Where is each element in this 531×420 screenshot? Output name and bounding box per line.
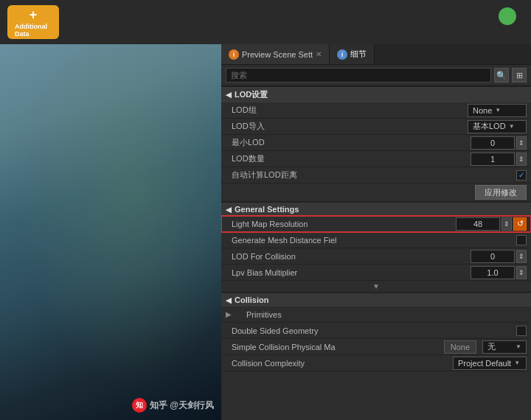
general-settings-title: General Settings (235, 205, 299, 214)
lod-import-dropdown-arrow: ▼ (509, 123, 515, 130)
prop-row-gen-mesh: Generate Mesh Distance Fiel (221, 232, 531, 248)
lod-count-spin[interactable]: ⇕ (516, 153, 527, 166)
prop-row-lod-count: LOD数量 ⇕ (221, 151, 531, 167)
light-map-res-label: Light Map Resolution (226, 220, 456, 228)
lpv-bias-input[interactable] (471, 266, 515, 279)
lod-import-dropdown[interactable]: 基本LOD ▼ (468, 120, 527, 133)
light-map-res-spin[interactable]: ⇕ (502, 217, 512, 231)
search-input[interactable] (226, 68, 491, 83)
more-arrow-row: ▼ (221, 281, 531, 293)
lod-collision-label: LOD For Collision (226, 252, 471, 261)
lpv-bias-label: Lpv Bias Multiplier (226, 268, 471, 277)
additional-data-label: Additional Data (15, 23, 52, 38)
viewport: 知 知乎 @天剑行风 (0, 44, 221, 420)
tab-preview-close[interactable]: ✕ (316, 50, 322, 58)
grid-icon-btn[interactable]: ⊞ (512, 68, 527, 83)
collision-complexity-dropdown[interactable]: Project Default ▼ (453, 357, 527, 370)
prop-row-min-lod: 最小LOD ⇕ (221, 135, 531, 151)
prop-row-collision-complexity: Collision Complexity Project Default ▼ (221, 355, 531, 371)
simple-collision-label: Simple Collision Physical Ma (226, 343, 444, 351)
primitives-arrow: ▶ (226, 310, 232, 318)
auto-lod-checkbox[interactable] (516, 170, 527, 181)
collision-arrow: ◀ (226, 296, 232, 304)
double-sided-label: Double Sided Geometry (226, 326, 516, 335)
lpv-bias-value: ⇕ (471, 266, 527, 279)
lod-collision-value: ⇕ (471, 250, 527, 263)
main-layout: 知 知乎 @天剑行风 i Preview Scene Sett ✕ i 细节 🔍… (0, 44, 531, 420)
lod-group-label: LOD组 (226, 105, 468, 116)
more-arrow-icon: ▼ (372, 282, 380, 290)
min-lod-spin[interactable]: ⇕ (516, 136, 527, 150)
plus-icon: + (30, 7, 38, 23)
auto-lod-value[interactable] (516, 170, 527, 181)
tab-preview-label: Preview Scene Sett (242, 50, 313, 59)
prop-row-simple-collision: Simple Collision Physical Ma None 无 ▼ (221, 339, 531, 355)
prop-row-lod-import: LOD导入 基本LOD ▼ (221, 119, 531, 135)
collision-section-header[interactable]: ◀ Collision (221, 293, 531, 307)
tab-preview-icon: i (229, 49, 239, 60)
collision-complexity-value[interactable]: Project Default ▼ (453, 357, 527, 370)
lod-collision-spin[interactable]: ⇕ (516, 250, 527, 263)
lod-count-label: LOD数量 (226, 153, 471, 164)
prop-row-lod-group: LOD组 None ▼ (221, 102, 531, 119)
top-bar: + Additional Data (0, 0, 531, 44)
apply-row: 应用修改 (221, 183, 531, 202)
search-icon-btn[interactable]: 🔍 (494, 68, 509, 83)
wu-dropdown-arrow: ▼ (516, 343, 521, 350)
collision-complexity-arrow: ▼ (514, 360, 520, 366)
min-lod-input[interactable] (471, 136, 515, 150)
tab-bar: i Preview Scene Sett ✕ i 细节 (221, 44, 531, 65)
simple-collision-value: None 无 ▼ (444, 340, 527, 354)
collision-complexity-label: Collision Complexity (226, 359, 453, 368)
lod-section-title: LOD设置 (235, 89, 268, 100)
min-lod-label: 最小LOD (226, 137, 471, 148)
double-sided-checkbox[interactable] (516, 326, 527, 336)
general-settings-header[interactable]: ◀ General Settings (221, 202, 531, 216)
green-circle-indicator (499, 7, 516, 25)
simple-collision-none: None (444, 340, 476, 354)
tab-detail[interactable]: i 细节 (330, 44, 375, 64)
prop-row-lpv-bias: Lpv Bias Multiplier ⇕ (221, 265, 531, 281)
double-sided-value[interactable] (516, 326, 527, 336)
lod-import-value[interactable]: 基本LOD ▼ (468, 120, 527, 133)
general-settings-arrow: ◀ (226, 206, 232, 214)
apply-button[interactable]: 应用修改 (475, 185, 527, 200)
lod-count-value: ⇕ (471, 153, 527, 166)
search-bar: 🔍 ⊞ (221, 65, 531, 86)
collision-section-title: Collision (235, 295, 268, 304)
lpv-bias-spin[interactable]: ⇕ (516, 266, 527, 279)
lod-collision-input[interactable] (471, 250, 515, 263)
prop-row-lod-collision: LOD For Collision ⇕ (221, 248, 531, 265)
min-lod-value: ⇕ (471, 136, 527, 150)
light-map-res-reset[interactable]: ↺ (513, 217, 527, 231)
prop-row-auto-lod: 自动计算LOD距离 (221, 167, 531, 183)
tab-preview-scene[interactable]: i Preview Scene Sett ✕ (221, 44, 330, 64)
primitives-label: Primitives (235, 310, 527, 319)
auto-lod-label: 自动计算LOD距离 (226, 169, 516, 181)
lod-count-input[interactable] (471, 153, 515, 166)
lod-group-dropdown[interactable]: None ▼ (468, 104, 527, 117)
prop-row-light-map-resolution: Light Map Resolution ⇕ ↺ (221, 216, 531, 232)
gen-mesh-label: Generate Mesh Distance Fiel (226, 236, 516, 245)
panel-content: ◀ LOD设置 LOD组 None ▼ LOD导入 基本LOD (221, 86, 531, 420)
right-panel: i Preview Scene Sett ✕ i 细节 🔍 ⊞ ◀ LOD设置 (221, 44, 531, 420)
gen-mesh-value[interactable] (516, 235, 527, 245)
simple-collision-wu-dropdown[interactable]: 无 ▼ (482, 340, 527, 354)
tab-detail-icon: i (337, 49, 347, 60)
search-icons: 🔍 ⊞ (494, 68, 527, 83)
lod-group-value[interactable]: None ▼ (468, 104, 527, 117)
light-map-res-value: ⇕ ↺ (456, 217, 527, 231)
viewport-overlay (0, 44, 221, 420)
prop-row-double-sided: Double Sided Geometry (221, 323, 531, 339)
light-map-res-input[interactable] (456, 217, 500, 231)
tab-detail-label: 细节 (350, 49, 367, 60)
gen-mesh-checkbox[interactable] (516, 235, 527, 245)
primitives-row[interactable]: ▶ Primitives (221, 307, 531, 323)
lod-section-header[interactable]: ◀ LOD设置 (221, 86, 531, 102)
lod-arrow: ◀ (226, 91, 232, 99)
additional-data-button[interactable]: + Additional Data (7, 5, 59, 39)
lod-group-dropdown-arrow: ▼ (495, 107, 501, 113)
lod-import-label: LOD导入 (226, 121, 468, 132)
